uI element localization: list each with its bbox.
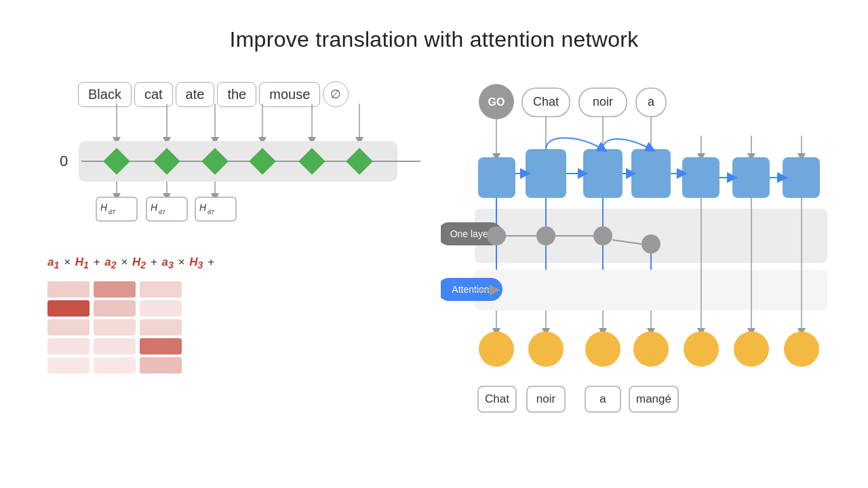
- svg-rect-38: [140, 281, 182, 298]
- word-mouse: mouse: [259, 82, 320, 107]
- svg-point-103: [585, 331, 620, 367]
- svg-point-77: [593, 226, 612, 245]
- svg-text:One layer: One layer: [450, 228, 492, 239]
- svg-rect-41: [140, 338, 182, 354]
- left-svg: 0 H d7 H d7 H d7: [41, 104, 420, 239]
- svg-text:a: a: [648, 95, 655, 108]
- svg-text:a: a: [599, 392, 606, 405]
- svg-text:noir: noir: [593, 95, 613, 108]
- svg-rect-30: [47, 319, 90, 336]
- word-the: the: [217, 82, 256, 107]
- svg-rect-58: [478, 157, 515, 198]
- svg-rect-63: [732, 157, 770, 198]
- svg-rect-61: [631, 149, 671, 198]
- svg-rect-32: [47, 357, 90, 373]
- svg-point-102: [528, 331, 564, 367]
- svg-point-106: [734, 331, 769, 367]
- svg-rect-62: [682, 157, 719, 198]
- svg-point-104: [633, 331, 669, 367]
- svg-point-105: [684, 331, 719, 367]
- formula-a2: a2: [104, 256, 116, 270]
- right-svg: GO Chat noir a: [441, 81, 848, 461]
- svg-text:GO: GO: [488, 96, 505, 108]
- word-black: Black: [78, 82, 132, 107]
- svg-text:0: 0: [60, 152, 68, 169]
- svg-rect-36: [94, 338, 136, 354]
- svg-rect-90: [475, 270, 827, 310]
- svg-text:H: H: [199, 202, 207, 213]
- left-section: Black cat ate the mouse ∅ 0: [41, 81, 434, 382]
- svg-text:Chat: Chat: [533, 95, 559, 108]
- formula-h3: H3: [189, 256, 203, 270]
- svg-rect-39: [140, 300, 182, 317]
- formula-row: a1 × H1 + a2 × H2 + a3 × H3 +: [47, 256, 434, 270]
- svg-rect-28: [47, 281, 90, 298]
- svg-point-107: [784, 331, 819, 367]
- svg-text:Chat: Chat: [485, 392, 509, 405]
- page-title: Improve translation with attention netwo…: [0, 0, 868, 52]
- svg-rect-33: [94, 281, 136, 298]
- svg-rect-59: [526, 149, 566, 198]
- attention-matrix: [47, 281, 434, 382]
- formula-a3: a3: [162, 256, 174, 270]
- svg-text:H: H: [151, 202, 158, 213]
- svg-rect-64: [783, 157, 820, 198]
- svg-text:d7: d7: [108, 209, 115, 216]
- svg-point-74: [487, 226, 506, 245]
- svg-text:mangé: mangé: [636, 392, 671, 405]
- matrix-svg: [47, 281, 197, 380]
- word-cat: cat: [134, 82, 173, 107]
- formula-h2: H2: [132, 256, 146, 270]
- svg-rect-34: [94, 300, 136, 317]
- word-ate: ate: [176, 82, 215, 107]
- svg-rect-37: [94, 357, 136, 373]
- svg-rect-60: [583, 149, 623, 198]
- svg-point-101: [479, 331, 514, 367]
- svg-text:d7: d7: [159, 209, 165, 216]
- svg-point-75: [536, 226, 555, 245]
- formula-h1: H1: [75, 256, 89, 270]
- formula-a1: a1: [47, 256, 59, 270]
- svg-text:d7: d7: [208, 209, 214, 216]
- svg-rect-31: [47, 338, 90, 354]
- right-section: GO Chat noir a: [441, 81, 848, 464]
- svg-rect-42: [140, 357, 182, 373]
- svg-rect-40: [140, 319, 182, 336]
- svg-text:H: H: [100, 202, 108, 213]
- svg-text:noir: noir: [536, 392, 556, 405]
- svg-rect-29: [47, 300, 90, 317]
- svg-point-79: [642, 235, 660, 253]
- svg-rect-35: [94, 319, 136, 336]
